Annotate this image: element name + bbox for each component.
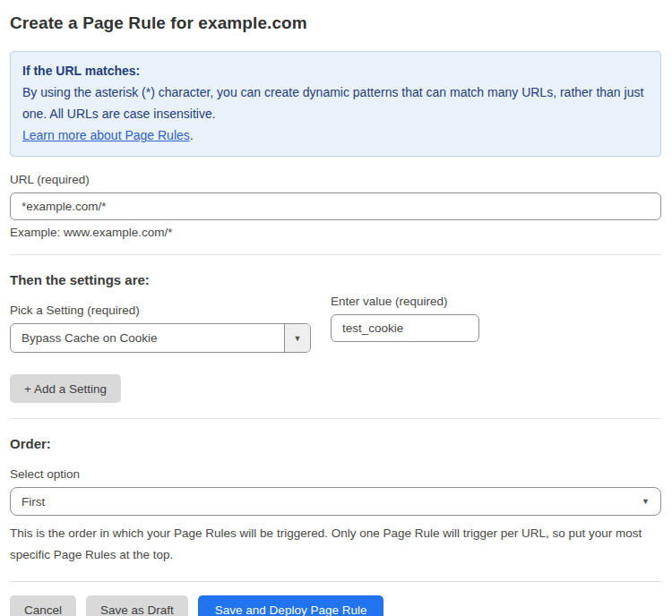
value-label: Enter value (required) [331,295,479,308]
order-help-text: This is the order in which your Page Rul… [10,523,657,566]
save-and-deploy-button[interactable]: Save and Deploy Page Rule [198,595,384,616]
setting-label: Pick a Setting (required) [10,304,311,317]
page-title: Create a Page Rule for example.com [10,13,661,33]
add-setting-button[interactable]: + Add a Setting [10,374,121,403]
url-input[interactable] [10,192,661,220]
learn-more-link[interactable]: Learn more about Page Rules [22,128,190,142]
setting-dropdown[interactable]: Bypass Cache on Cookie ▼ [10,323,311,353]
page-rule-form: Create a Page Rule for example.com If th… [0,0,672,616]
info-box-heading: If the URL matches: [22,60,649,81]
link-period: . [190,128,194,142]
info-box-link-line: Learn more about Page Rules. [22,124,649,146]
chevron-down-icon: ▼ [642,497,650,506]
url-label: URL (required) [10,173,661,186]
save-as-draft-button[interactable]: Save as Draft [86,595,188,616]
divider [10,581,661,582]
order-select-value: First [22,495,45,509]
url-example-hint: Example: www.example.com/* [10,226,661,239]
url-match-info-box: If the URL matches: By using the asteris… [10,51,661,157]
setting-dropdown-arrow-button[interactable]: ▼ [284,324,310,352]
setting-value-input[interactable] [331,314,479,342]
setting-value-column: Enter value (required) [331,287,479,342]
order-select[interactable]: First ▼ [10,487,661,516]
cancel-button[interactable]: Cancel [10,595,76,616]
settings-heading: Then the settings are: [10,272,661,287]
settings-row: Pick a Setting (required) Bypass Cache o… [10,287,661,353]
divider [10,418,661,419]
order-heading: Order: [10,436,661,451]
setting-dropdown-value: Bypass Cache on Cookie [11,331,284,345]
setting-picker-column: Pick a Setting (required) Bypass Cache o… [10,287,311,353]
chevron-down-icon: ▼ [294,334,302,343]
divider [10,254,661,255]
footer-buttons: Cancel Save as Draft Save and Deploy Pag… [10,595,661,616]
info-box-body: By using the asterisk (*) character, you… [22,81,649,124]
order-select-label: Select option [10,467,661,481]
